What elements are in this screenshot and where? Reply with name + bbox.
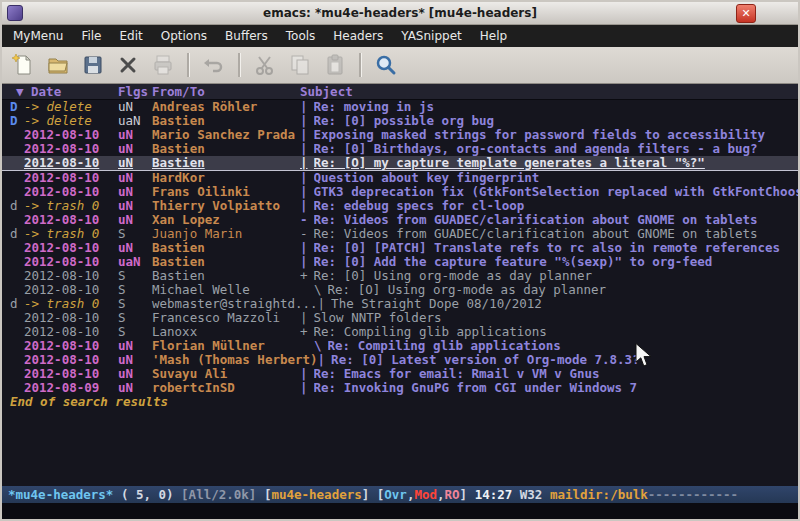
message-date: 2012-08-10 [24,128,118,142]
message-row[interactable]: d-> trash 0Swebmaster@straightd...|The S… [2,297,798,311]
modeline-segment: *mu4e-headers* [8,487,113,502]
message-row[interactable]: 2012-08-10uNBastien|Re: [0] [PATCH] Tran… [2,241,798,255]
close-button[interactable]: ✕ [736,4,756,23]
message-row[interactable]: 2012-08-10uNFrans Oilinki|GTK3 deprecati… [2,185,798,199]
close-buffer-icon[interactable] [113,51,143,79]
search-icon[interactable] [371,51,401,79]
message-sep: | [300,199,308,213]
message-from: Florian Müllner [152,339,300,353]
message-flags: uN [118,100,152,114]
toolbar [2,47,798,84]
message-row[interactable]: 2012-08-10uNFlorian Müllner\Re: Compilin… [2,339,798,353]
modeline-segment: mu4e-headers [271,487,361,502]
new-file-icon[interactable] [8,51,38,79]
open-folder-icon[interactable] [43,51,73,79]
message-from: Andreas Röhler [152,100,300,114]
message-from: Francesco Mazzoli [152,311,300,325]
column-header-flags[interactable]: Flgs [118,84,152,99]
message-row[interactable]: 2012-08-10SMichael Welle\Re: [O] Using o… [2,283,798,297]
message-flags: uN [118,199,152,213]
paste-icon[interactable] [320,51,350,79]
message-mark: d [10,227,24,241]
message-subject: Re: Videos from GUADEC/clarification abo… [314,213,798,227]
undo-icon[interactable] [199,51,229,79]
message-row[interactable]: D-> deleteuaNBastien|Re: [0] possible or… [2,114,798,128]
message-row[interactable]: 2012-08-10uNSuvayu Ali|Re: Emacs for ema… [2,367,798,381]
message-subject: GTK3 deprecation fix (GtkFontSelection r… [314,185,798,199]
message-date: 2012-08-10 [24,171,118,185]
message-subject: Re: [0] possible org bug [314,114,798,128]
message-flags: S [118,269,152,283]
message-mark: D [10,100,24,114]
modeline-segment: ] [ [362,487,385,502]
menu-item-file[interactable]: File [72,25,110,47]
message-row[interactable]: 2012-08-09uNrobertcInSD|Re: Invoking Gnu… [2,381,798,395]
message-flags: uN [118,213,152,227]
message-date: 2012-08-10 [24,185,118,199]
message-mark: d [10,297,24,311]
copy-icon[interactable] [285,51,315,79]
message-date: -> delete [24,100,118,114]
window-title: emacs: *mu4e-headers* [mu4e-headers] [2,6,798,20]
message-row[interactable]: 2012-08-10SBastien+Re: [0] Using org-mod… [2,269,798,283]
message-row[interactable]: d-> trash 0uNThierry Volpiatto|Re: edebu… [2,199,798,213]
menu-bar: MyMenuFileEditOptionsBuffersToolsHeaders… [2,25,798,47]
message-row[interactable]: 2012-08-10uNXan Lopez-Re: Videos from GU… [2,213,798,227]
message-date: -> trash 0 [24,297,118,311]
message-list: D-> deleteuNAndreas Röhler|Re: moving in… [2,100,798,395]
message-flags: uaN [118,255,152,269]
message-subject: Re: [0] Using org-mode as day planner [314,269,798,283]
message-date: 2012-08-10 [24,367,118,381]
headers-buffer: ▼ Date Flgs From/To Subject D-> deleteuN… [2,84,798,486]
message-row[interactable]: 2012-08-10uNMario Sanchez Prada|Exposing… [2,128,798,142]
message-subject: Re: [0] [PATCH] Translate refs to rc als… [314,241,798,255]
message-from: webmaster@straightd... [152,297,318,311]
menu-item-headers[interactable]: Headers [324,25,392,47]
message-flags: S [118,297,152,311]
message-sep: | [300,241,308,255]
modeline-segment: 14:27 [475,487,513,502]
message-row[interactable]: 2012-08-10uNBastien|Re: [O] my capture t… [2,156,798,171]
menu-item-help[interactable]: Help [471,25,516,47]
message-date: 2012-08-10 [24,213,118,227]
menu-item-edit[interactable]: Edit [111,25,152,47]
modeline-segment: W32 [512,487,550,502]
message-flags: uaN [118,114,152,128]
modeline-segment: ------------ [648,487,738,502]
message-flags: uN [118,142,152,156]
menu-item-yasnippet[interactable]: YASnippet [392,25,471,47]
modeline-segment: RO [445,487,460,502]
menu-item-options[interactable]: Options [152,25,216,47]
message-sep: | [300,367,308,381]
message-row[interactable]: d-> trash 0SJuanjo Marin-Re: Videos from… [2,227,798,241]
message-date: 2012-08-10 [24,255,118,269]
message-row[interactable]: 2012-08-10uNHardKor|Question about key f… [2,171,798,185]
echo-area[interactable] [2,503,798,519]
message-row[interactable]: 2012-08-10uN'Mash (Thomas Herbert)|Re: [… [2,353,798,367]
message-subject: Re: Invoking GnuPG from CGI under Window… [314,381,798,395]
column-header-date[interactable]: ▼ Date [10,84,118,99]
menu-item-mymenu[interactable]: MyMenu [4,25,72,47]
message-from: Xan Lopez [152,213,300,227]
message-flags: S [118,283,152,297]
message-row[interactable]: 2012-08-10SFrancesco Mazzoli|Slow NNTP f… [2,311,798,325]
column-header-from[interactable]: From/To [152,84,300,99]
message-subject: Re: [O] my capture template generates a … [314,156,798,170]
message-row[interactable]: 2012-08-10uNBastien|Re: [0] Birthdays, o… [2,142,798,156]
message-subject: Re: edebug specs for cl-loop [314,199,798,213]
save-icon[interactable] [78,51,108,79]
message-subject: Re: Compiling glib applications [314,325,798,339]
print-icon[interactable] [148,51,178,79]
message-row[interactable]: 2012-08-10SLanoxx+Re: Compiling glib app… [2,325,798,339]
menu-item-tools[interactable]: Tools [277,25,325,47]
message-date: 2012-08-10 [24,325,118,339]
cut-icon[interactable] [250,51,280,79]
menu-item-buffers[interactable]: Buffers [216,25,277,47]
message-subject: Re: Videos from GUADEC/clarification abo… [314,227,798,241]
message-date: 2012-08-10 [24,283,118,297]
column-header-subject[interactable]: Subject [300,84,798,99]
message-row[interactable]: D-> deleteuNAndreas Röhler|Re: moving in… [2,100,798,114]
close-icon: ✕ [741,7,750,20]
message-sep: + [300,325,308,339]
message-row[interactable]: 2012-08-10uaNBastien|Re: [0] Add the cap… [2,255,798,269]
